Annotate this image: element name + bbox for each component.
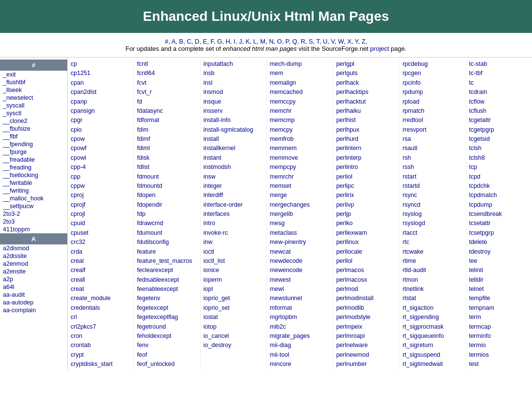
list-item[interactable]: fcvt_r — [137, 88, 197, 97]
list-item[interactable]: crontab — [71, 341, 131, 350]
list-item[interactable]: mem — [270, 69, 330, 78]
list-item[interactable]: perlnumber — [336, 360, 396, 369]
list-item[interactable]: perlhacktips — [336, 88, 396, 97]
list-item[interactable]: rtacct — [402, 228, 462, 238]
list-item[interactable]: tc-stab — [469, 60, 529, 69]
list-item[interactable]: memcached — [270, 88, 330, 97]
list-item[interactable]: cpow — [71, 135, 131, 144]
list-item[interactable]: cprojl — [71, 210, 131, 219]
list-item[interactable]: insl — [204, 78, 264, 88]
list-item[interactable]: rsautl — [402, 144, 462, 153]
list-item[interactable]: rstartd — [402, 182, 462, 191]
list-item[interactable]: cproj — [71, 191, 131, 200]
list-item[interactable]: perliol — [336, 172, 396, 182]
list-item[interactable]: fegetenv — [137, 294, 197, 303]
list-item[interactable]: instmodsh — [204, 163, 264, 172]
list-item[interactable]: memccpy — [270, 97, 330, 106]
list-item[interactable]: ionice — [204, 266, 264, 275]
list-item[interactable]: rtstat — [402, 294, 462, 303]
list-item[interactable]: mib2c — [270, 322, 330, 332]
list-item[interactable]: perlinterp — [336, 153, 396, 163]
list-item[interactable]: perlnetware — [336, 341, 396, 350]
sidebar-item[interactable]: a2dissite — [0, 252, 67, 260]
sidebar-item[interactable]: __flbf — [0, 133, 67, 140]
list-item[interactable]: perlhaiku — [336, 106, 396, 116]
list-item[interactable]: cpp-4 — [71, 163, 131, 172]
list-item[interactable]: perlhack — [336, 78, 396, 88]
list-item[interactable]: rpload — [402, 97, 462, 106]
sidebar-item[interactable]: a2p — [0, 275, 67, 283]
list-item[interactable]: termio — [469, 341, 529, 350]
list-item[interactable]: create_module — [71, 294, 131, 303]
list-item[interactable]: mergelib — [270, 210, 330, 219]
list-item[interactable]: fdmount — [137, 172, 197, 182]
project-link[interactable]: project — [370, 45, 389, 52]
list-item[interactable]: cp1251 — [71, 69, 131, 78]
list-item[interactable]: tdestroy — [469, 247, 529, 257]
list-item[interactable]: feclearexcept — [137, 266, 197, 275]
list-item[interactable]: fcntl — [137, 60, 197, 69]
list-item[interactable]: insb — [204, 69, 264, 78]
list-item[interactable]: mempcpy — [270, 163, 330, 172]
list-item[interactable]: insw — [204, 172, 264, 182]
list-item[interactable]: fdatasync — [137, 106, 197, 116]
list-item[interactable]: rpmatch — [402, 106, 462, 116]
list-item[interactable]: memmem — [270, 144, 330, 153]
list-item[interactable]: metaclass — [270, 228, 330, 238]
list-item[interactable]: interdiff — [204, 191, 264, 200]
list-item[interactable]: mewdecode — [270, 257, 330, 266]
nav-link-t[interactable]: T — [316, 38, 320, 45]
nav-link-d[interactable]: D — [195, 38, 199, 45]
list-item[interactable]: perlko — [336, 219, 396, 228]
nav-link-e[interactable]: E — [203, 38, 207, 45]
sidebar-item[interactable]: __fwritable — [0, 179, 67, 187]
list-item[interactable]: fdopen — [137, 191, 197, 200]
nav-link-l[interactable]: L — [253, 38, 257, 45]
list-item[interactable]: rt_sigtimedwait — [402, 360, 462, 369]
nav-link-o[interactable]: O — [277, 38, 282, 45]
list-item[interactable]: fdopendir — [137, 200, 197, 210]
list-item[interactable]: fcvt — [137, 78, 197, 88]
list-item[interactable]: io_destroy — [204, 341, 264, 350]
list-item[interactable]: iopl — [204, 285, 264, 294]
sidebar-item[interactable]: __setfpucw — [0, 202, 67, 210]
list-item[interactable]: cpanp — [71, 97, 131, 106]
list-item[interactable]: cp — [71, 60, 131, 69]
list-item[interactable]: perlmroapi — [336, 332, 396, 341]
list-item[interactable]: termcap — [469, 322, 529, 332]
list-item[interactable]: mewcat — [270, 247, 330, 257]
list-item[interactable]: perlguts — [336, 69, 396, 78]
list-item[interactable]: perllocale — [336, 247, 396, 257]
list-item[interactable]: tcsendbreak — [469, 210, 529, 219]
list-item[interactable]: perlmpeix — [336, 322, 396, 332]
nav-link-x[interactable]: X — [347, 38, 352, 45]
list-item[interactable]: inw — [204, 238, 264, 247]
list-item[interactable]: installkernel — [204, 144, 264, 153]
list-item[interactable]: rssh — [402, 163, 462, 172]
list-item[interactable]: rpcinfo — [402, 78, 462, 88]
nav-link-hash[interactable]: # — [165, 38, 168, 45]
list-item[interactable]: perlhurd — [336, 135, 396, 144]
list-item[interactable]: terminfo — [469, 332, 529, 341]
nav-link-r[interactable]: R — [301, 38, 305, 45]
sidebar-item[interactable]: aa-audit — [0, 291, 67, 299]
list-item[interactable]: fd — [137, 97, 197, 106]
list-item[interactable]: merge — [270, 191, 330, 200]
list-item[interactable]: tcpdchk — [469, 182, 529, 191]
list-item[interactable]: interface-order — [204, 200, 264, 210]
list-item[interactable]: tcsetpgrp — [469, 228, 529, 238]
list-item[interactable]: mincore — [270, 360, 330, 369]
list-item[interactable]: cpio — [71, 125, 131, 135]
list-item[interactable]: instant — [204, 153, 264, 163]
list-item[interactable]: fenv — [137, 341, 197, 350]
list-item[interactable]: perlhpux — [336, 125, 396, 135]
list-item[interactable]: fegetexceptflag — [137, 313, 197, 322]
sidebar-item[interactable]: __clone2 — [0, 117, 67, 125]
list-item[interactable]: tcpd — [469, 172, 529, 182]
list-item[interactable]: perljp — [336, 210, 396, 219]
list-item[interactable]: crealf — [71, 266, 131, 275]
list-item[interactable]: tclsh — [469, 144, 529, 153]
nav-link-k[interactable]: K — [246, 38, 250, 45]
list-item[interactable]: rsyslogd — [402, 219, 462, 228]
list-item[interactable]: iotop — [204, 322, 264, 332]
